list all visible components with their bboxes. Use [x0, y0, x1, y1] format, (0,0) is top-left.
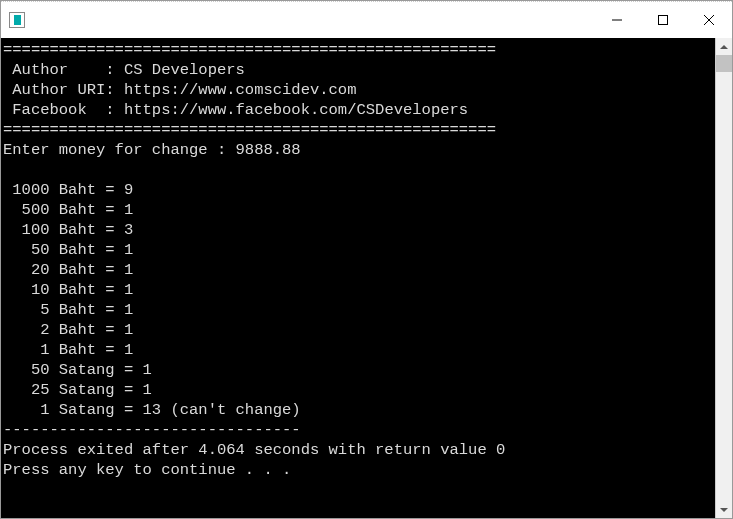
titlebar-left — [9, 12, 31, 28]
header-authoruri-value: https://www.comscidev.com — [124, 81, 357, 99]
svg-marker-5 — [720, 508, 728, 512]
dash-divider: -------------------------------- — [3, 421, 301, 439]
prompt-value: 9888.88 — [236, 141, 301, 159]
scroll-track[interactable] — [716, 55, 732, 501]
result-row: 50 Baht = 1 — [3, 241, 133, 259]
close-icon — [704, 15, 714, 25]
header-facebook-value: https://www.facebook.com/CSDevelopers — [124, 101, 468, 119]
result-row: 50 Satang = 1 — [3, 361, 152, 379]
maximize-icon — [658, 15, 668, 25]
scroll-down-arrow-icon[interactable] — [716, 501, 732, 518]
maximize-button[interactable] — [640, 2, 686, 38]
scroll-up-arrow-icon[interactable] — [716, 38, 732, 55]
result-row: 1000 Baht = 9 — [3, 181, 133, 199]
result-row: 5 Baht = 1 — [3, 301, 133, 319]
result-row: 25 Satang = 1 — [3, 381, 152, 399]
scroll-thumb[interactable] — [716, 55, 732, 72]
header-author-value: CS Developers — [124, 61, 245, 79]
result-row: 1 Baht = 1 — [3, 341, 133, 359]
prompt-label: Enter money for change : — [3, 141, 236, 159]
close-button[interactable] — [686, 2, 732, 38]
console-app-icon — [9, 12, 25, 28]
svg-rect-1 — [659, 16, 668, 25]
divider-top: ========================================… — [3, 41, 496, 59]
exit-message: Process exited after 4.064 seconds with … — [3, 441, 505, 459]
minimize-button[interactable] — [594, 2, 640, 38]
continue-prompt: Press any key to continue . . . — [3, 461, 291, 479]
console-output[interactable]: ========================================… — [1, 38, 715, 518]
console-wrapper: ========================================… — [1, 38, 732, 518]
result-row: 500 Baht = 1 — [3, 201, 133, 219]
divider-bottom: ========================================… — [3, 121, 496, 139]
titlebar-controls — [594, 2, 732, 38]
minimize-icon — [612, 15, 622, 25]
header-facebook-label: Facebook : — [3, 101, 115, 119]
window-titlebar — [1, 1, 732, 38]
header-author-label: Author : — [3, 61, 115, 79]
result-row: 10 Baht = 1 — [3, 281, 133, 299]
svg-marker-4 — [720, 45, 728, 49]
result-row: 2 Baht = 1 — [3, 321, 133, 339]
header-authoruri-label: Author URI: — [3, 81, 115, 99]
result-row: 100 Baht = 3 — [3, 221, 133, 239]
result-row: 20 Baht = 1 — [3, 261, 133, 279]
result-row: 1 Satang = 13 (can't change) — [3, 401, 301, 419]
vertical-scrollbar[interactable] — [715, 38, 732, 518]
